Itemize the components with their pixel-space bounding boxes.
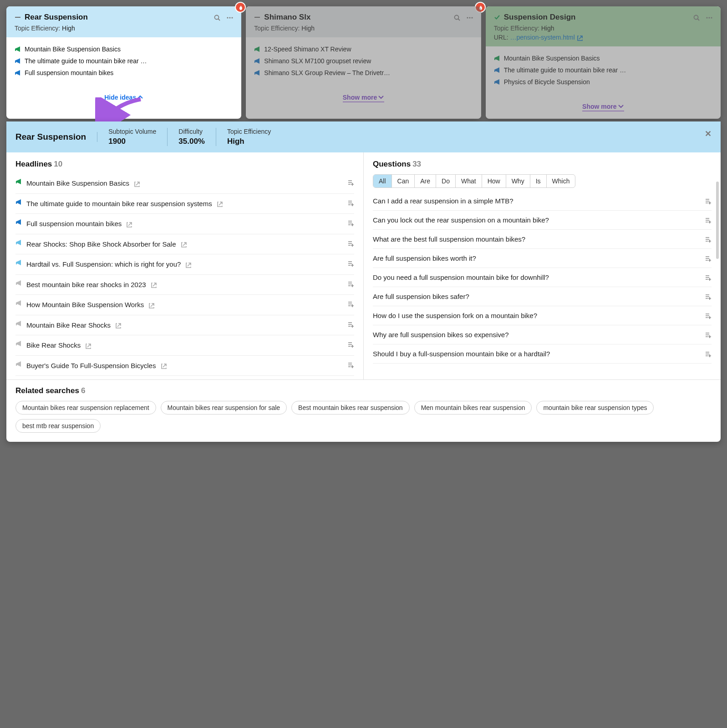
external-link-icon[interactable] <box>151 281 157 288</box>
collapse-icon[interactable] <box>15 14 21 20</box>
external-link-icon[interactable] <box>185 260 191 268</box>
headline-row[interactable]: Bike Rear Shocks <box>15 335 354 356</box>
add-to-list-icon[interactable] <box>348 361 354 369</box>
external-link-icon[interactable] <box>148 301 154 308</box>
headline-row[interactable]: The ultimate guide to mountain bike rear… <box>15 194 354 214</box>
related-chip[interactable]: best mtb rear suspension <box>15 419 101 433</box>
bullhorn-icon <box>15 219 22 225</box>
add-to-list-icon[interactable] <box>705 293 712 300</box>
headline-text: How Mountain Bike Suspension Works <box>26 300 343 309</box>
topic-card-suspension-design[interactable]: Suspension Design Topic Efficiency: High… <box>486 6 721 119</box>
tab-are[interactable]: Are <box>415 175 436 187</box>
headline-row[interactable]: Hardtail vs. Full Suspension: which is r… <box>15 254 354 275</box>
search-icon[interactable] <box>454 14 460 21</box>
more-icon[interactable] <box>467 14 473 21</box>
add-to-list-icon[interactable] <box>348 219 354 227</box>
related-chip[interactable]: mountain bike rear suspension types <box>536 401 654 415</box>
add-to-list-icon[interactable] <box>348 260 354 267</box>
question-filter-tabs: AllCanAreDoWhatHowWhyIsWhich <box>373 174 575 188</box>
question-row[interactable]: Can you lock out the rear suspension on … <box>373 211 712 230</box>
headline-text: Bike Rear Shocks <box>26 341 343 350</box>
external-link-icon[interactable] <box>161 362 167 369</box>
headline-row[interactable]: Buyer's Guide To Full-Suspension Bicycle… <box>15 356 354 376</box>
external-link-icon[interactable] <box>181 240 187 248</box>
tab-which[interactable]: Which <box>547 175 575 187</box>
related-chip[interactable]: Men mountain bikes rear suspension <box>414 401 532 415</box>
external-link-icon[interactable] <box>134 179 140 187</box>
show-more-button[interactable]: Show more <box>582 103 624 111</box>
headline-row[interactable]: Mountain Bike Suspension Basics <box>15 174 354 194</box>
card-header: Suspension Design Topic Efficiency: High… <box>486 6 721 46</box>
hide-ideas-button[interactable]: Hide ideas <box>104 94 143 101</box>
external-link-icon[interactable] <box>577 34 583 41</box>
idea-item[interactable]: Mountain Bike Suspension Basics <box>15 46 233 53</box>
svg-rect-6 <box>254 17 260 18</box>
tab-do[interactable]: Do <box>436 175 456 187</box>
external-link-icon[interactable] <box>217 200 223 207</box>
headline-row[interactable]: Full suspension mountain bikes <box>15 214 354 234</box>
external-link-icon[interactable] <box>126 220 132 228</box>
add-to-list-icon[interactable] <box>705 350 712 357</box>
question-row[interactable]: Are full suspension bikes worth it? <box>373 249 712 268</box>
tab-how[interactable]: How <box>482 175 506 187</box>
add-to-list-icon[interactable] <box>705 216 712 223</box>
topic-card-rear-suspension[interactable]: Rear Suspension Topic Efficiency: High M… <box>6 6 241 119</box>
add-to-list-icon[interactable] <box>348 321 354 328</box>
show-more-button[interactable]: Show more <box>343 94 384 102</box>
question-row[interactable]: Should I buy a full-suspension mountain … <box>373 344 712 364</box>
external-link-icon[interactable] <box>85 341 91 349</box>
idea-item[interactable]: The ultimate guide to mountain bike rear… <box>494 66 712 74</box>
close-icon[interactable]: ✕ <box>705 129 712 139</box>
add-to-list-icon[interactable] <box>348 300 354 308</box>
external-link-icon[interactable] <box>115 321 121 329</box>
add-to-list-icon[interactable] <box>348 179 354 186</box>
related-chip[interactable]: Best mountain bikes rear suspension <box>291 401 410 415</box>
add-to-list-icon[interactable] <box>705 197 712 204</box>
idea-item[interactable]: The ultimate guide to mountain bike rear… <box>15 57 233 65</box>
tab-all[interactable]: All <box>373 175 392 187</box>
headline-row[interactable]: Rear Shocks: Shop Bike Shock Absorber fo… <box>15 234 354 255</box>
question-row[interactable]: Do you need a full suspension mountain b… <box>373 268 712 287</box>
add-to-list-icon[interactable] <box>705 254 712 262</box>
add-to-list-icon[interactable] <box>705 235 712 243</box>
question-text: How do I use the suspension fork on a mo… <box>373 312 701 319</box>
add-to-list-icon[interactable] <box>348 280 354 288</box>
more-icon[interactable] <box>227 14 233 21</box>
idea-item[interactable]: Shimano SLX Group Review – The Drivetr… <box>254 69 473 76</box>
idea-item[interactable]: Shimano SLX M7100 groupset review <box>254 57 473 65</box>
collapse-icon[interactable] <box>254 14 260 20</box>
scrollbar[interactable] <box>716 182 719 259</box>
add-to-list-icon[interactable] <box>348 240 354 247</box>
search-icon[interactable] <box>693 14 700 21</box>
add-to-list-icon[interactable] <box>348 341 354 348</box>
headline-text: Mountain Bike Rear Shocks <box>26 321 343 330</box>
headline-row[interactable]: Best mountain bike rear shocks in 2023 <box>15 275 354 295</box>
related-chip[interactable]: Mountain bikes rear suspension for sale <box>161 401 287 415</box>
tab-can[interactable]: Can <box>392 175 415 187</box>
topic-eff-line: Topic Efficiency: High <box>15 25 233 32</box>
add-to-list-icon[interactable] <box>348 199 354 207</box>
question-row[interactable]: Can I add a rear suspension in a simple … <box>373 192 712 211</box>
question-row[interactable]: What are the best full suspension mounta… <box>373 230 712 249</box>
related-chip[interactable]: Mountain bikes rear suspension replaceme… <box>15 401 156 415</box>
search-icon[interactable] <box>214 14 220 21</box>
hot-badge-icon <box>235 2 246 13</box>
add-to-list-icon[interactable] <box>705 312 712 319</box>
bullhorn-icon <box>15 240 22 245</box>
add-to-list-icon[interactable] <box>705 273 712 281</box>
tab-is[interactable]: Is <box>530 175 547 187</box>
idea-item[interactable]: Physics of Bicycle Suspension <box>494 78 712 86</box>
more-icon[interactable] <box>706 14 712 21</box>
add-to-list-icon[interactable] <box>705 331 712 338</box>
idea-item[interactable]: Mountain Bike Suspension Basics <box>494 55 712 62</box>
tab-what[interactable]: What <box>456 175 482 187</box>
question-row[interactable]: Why are full suspension bikes so expensi… <box>373 325 712 344</box>
question-row[interactable]: How do I use the suspension fork on a mo… <box>373 306 712 325</box>
headline-row[interactable]: Mountain Bike Rear Shocks <box>15 315 354 336</box>
topic-card-shimano-slx[interactable]: Shimano Slx Topic Efficiency: High 12-Sp… <box>246 6 481 119</box>
headline-row[interactable]: How Mountain Bike Suspension Works <box>15 295 354 315</box>
question-row[interactable]: Are full suspension bikes safer? <box>373 287 712 306</box>
idea-item[interactable]: 12-Speed Shimano XT Review <box>254 46 473 53</box>
tab-why[interactable]: Why <box>506 175 530 187</box>
idea-item[interactable]: Full suspension mountain bikes <box>15 69 233 76</box>
